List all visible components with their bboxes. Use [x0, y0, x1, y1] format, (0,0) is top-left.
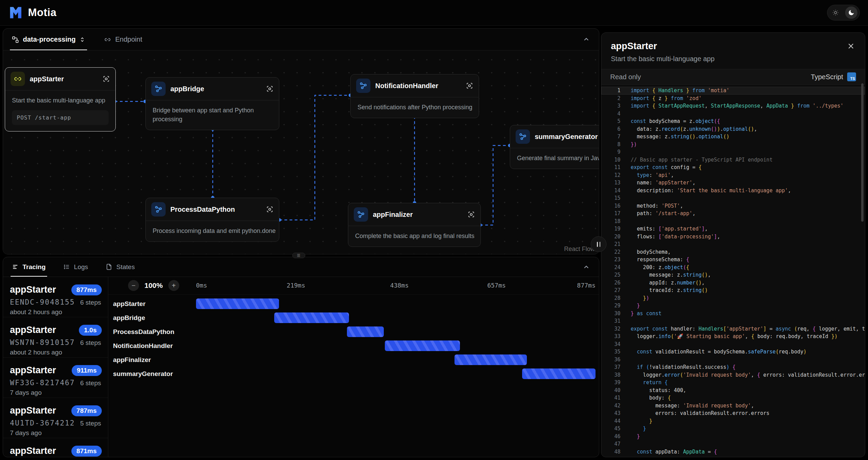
line-number: 34 — [601, 341, 631, 347]
code-line: 21 — [601, 240, 865, 248]
tab-logs[interactable]: Logs — [64, 257, 88, 277]
line-number: 25 — [601, 272, 631, 278]
horizontal-resize-handle[interactable]: ☰ — [292, 253, 305, 258]
code-line: 47 — [601, 440, 865, 448]
line-number: 49 — [601, 456, 631, 457]
gantt-row-label: ProcessDataPython — [108, 328, 196, 336]
line-number: 46 — [601, 433, 631, 440]
line-number: 42 — [601, 403, 631, 409]
typescript-icon: TS — [847, 72, 856, 81]
react-flow-attribution[interactable]: React Flow — [564, 246, 595, 253]
chevrons-updown-icon — [80, 37, 85, 43]
gantt-row-label: appBridge — [108, 314, 196, 322]
node-summaryGenerator[interactable]: summaryGenerator Generate final summary … — [510, 125, 599, 169]
trace-list-item[interactable]: appStarter871ms — [3, 438, 108, 457]
code-line: 34 — [601, 340, 865, 348]
code-line: 22 bodySchema, — [601, 248, 865, 256]
focus-node-icon[interactable] — [466, 82, 473, 89]
node-description: Process incoming data and emit python.do… — [153, 226, 272, 235]
flow-step-icon — [354, 207, 368, 222]
brand-name: Motia — [28, 6, 56, 19]
node-NotificationHandler[interactable]: NotificationHandler Send notifications a… — [350, 74, 479, 118]
node-ProcessDataPython[interactable]: ProcessDataPython Process incoming data … — [145, 198, 279, 242]
line-number: 1 — [601, 87, 631, 94]
code-line: 36 — [601, 356, 865, 364]
code-panel-title: appStarter — [611, 41, 855, 52]
code-line: 31 — [601, 317, 865, 325]
node-description: Start the basic multi-language app — [12, 96, 109, 105]
tab-states[interactable]: States — [106, 257, 135, 277]
gantt-track — [196, 353, 598, 367]
sun-icon[interactable] — [829, 6, 842, 19]
line-number: 5 — [601, 118, 631, 124]
gantt-row[interactable]: appStarter — [108, 297, 599, 311]
line-number: 36 — [601, 357, 631, 363]
gantt-row[interactable]: appFinalizer — [108, 353, 599, 367]
line-number: 14 — [601, 187, 631, 194]
gantt-row[interactable]: NotificationHandler — [108, 339, 599, 353]
focus-node-icon[interactable] — [266, 206, 274, 213]
gantt-bar[interactable] — [274, 312, 349, 323]
code-line: 27 traceId: z.string() — [601, 287, 865, 294]
code-line: 7 message: z.string().optional() — [601, 133, 865, 141]
trace-list-item[interactable]: appStarter877msEENDC-90481556 stepsabout… — [3, 277, 108, 317]
bottom-panel-tabs: Tracing Logs States — [3, 257, 599, 277]
vertical-resize-handle[interactable] — [591, 236, 606, 252]
gantt-row-label: appFinalizer — [108, 356, 196, 364]
gantt-bar[interactable] — [196, 298, 279, 309]
axis-tick-label: 438ms — [390, 282, 409, 289]
tab-tracing[interactable]: Tracing — [12, 257, 46, 277]
trace-list-item[interactable]: appStarter787ms4U1TD-36742125 steps7 day… — [3, 398, 108, 438]
focus-node-icon[interactable] — [467, 211, 475, 218]
logs-icon — [64, 264, 70, 270]
focus-node-icon[interactable] — [266, 85, 274, 93]
trace-list-item[interactable]: appStarter1.0sWSN7N-89101576 stepsabout … — [3, 317, 108, 358]
flow-selector[interactable]: data-processing — [12, 29, 85, 50]
line-number: 24 — [601, 264, 631, 270]
node-appFinalizer[interactable]: appFinalizer Complete the basic app and … — [348, 203, 481, 247]
line-number: 9 — [601, 149, 631, 155]
gantt-bar[interactable] — [522, 368, 596, 379]
node-appStarter[interactable]: appStarter Start the basic multi-languag… — [5, 67, 116, 131]
code-editor[interactable]: 1import { Handlers } from 'motia'2import… — [601, 85, 865, 457]
trace-timestamp: 7 days ago — [10, 389, 101, 396]
collapse-panel-button[interactable] — [583, 263, 590, 271]
line-number: 43 — [601, 410, 631, 416]
flow-step-icon — [151, 82, 166, 96]
gantt-bar[interactable] — [454, 354, 527, 365]
gantt-row[interactable]: summaryGenerator — [108, 367, 599, 381]
focus-node-icon[interactable] — [102, 75, 110, 83]
line-number: 8 — [601, 141, 631, 148]
trace-steps: 5 steps — [80, 420, 101, 427]
line-number: 40 — [601, 387, 631, 393]
code-line: 30} as const — [601, 310, 865, 318]
code-line: 9 — [601, 148, 865, 156]
moon-icon[interactable] — [845, 6, 857, 19]
line-number: 18 — [601, 218, 631, 224]
trace-list-item[interactable]: appStarter911msWF33G-82174676 steps7 day… — [3, 358, 108, 398]
gantt-bar[interactable] — [347, 326, 384, 337]
line-number: 30 — [601, 310, 631, 317]
gantt-track — [196, 325, 598, 339]
flow-canvas[interactable]: appStarter Start the basic multi-languag… — [3, 51, 599, 254]
gantt-row[interactable]: appBridge — [108, 311, 599, 325]
trace-id: EENDC-9048155 — [10, 298, 75, 306]
code-line: 33 logger.info('🚀 Starting basic app', {… — [601, 333, 865, 340]
line-number: 13 — [601, 180, 631, 186]
tab-endpoint[interactable]: Endpoint — [104, 29, 142, 50]
collapse-canvas-button[interactable] — [583, 36, 590, 43]
code-line: 26 appId: z.number(), — [601, 279, 865, 287]
gantt-row[interactable]: ProcessDataPython — [108, 325, 599, 339]
node-description: Complete the basic app and log final res… — [355, 232, 474, 240]
code-scrollbar[interactable] — [861, 83, 864, 222]
trace-timeline: − 100% + 0ms219ms438ms657ms877ms appStar… — [108, 277, 599, 457]
code-line: 35 const validationResult = bodySchema.s… — [601, 348, 865, 356]
close-icon[interactable] — [845, 40, 857, 52]
zoom-in-button[interactable]: + — [168, 280, 179, 291]
code-line: 16 method: 'POST', — [601, 202, 865, 210]
node-appBridge[interactable]: appBridge Bridge between app start and P… — [145, 77, 279, 130]
code-line: 37 if (!validationResult.success) { — [601, 363, 865, 371]
gantt-bar[interactable] — [385, 340, 460, 351]
zoom-out-button[interactable]: − — [128, 280, 139, 291]
theme-toggle[interactable] — [827, 5, 860, 20]
